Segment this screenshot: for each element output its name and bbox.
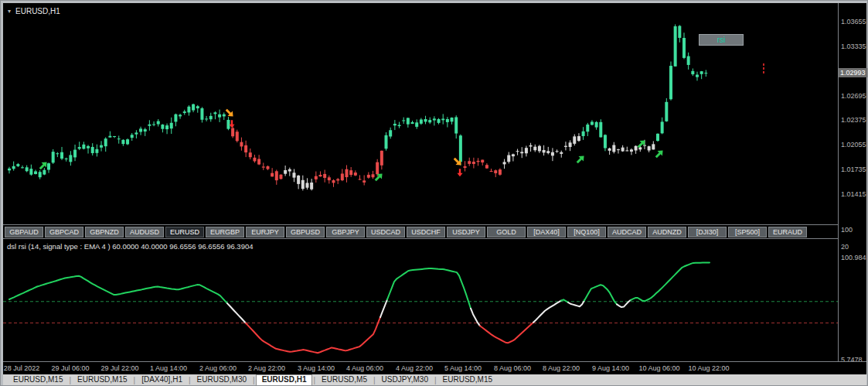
symbol-button-gbpjpy[interactable]: GBPJPY (326, 227, 365, 237)
sell-arrow-icon (457, 169, 462, 176)
symbol-button-euraud[interactable]: EURAUD (768, 227, 807, 237)
price-label-4: 1.02055 (841, 141, 866, 149)
time-label-13: 10 Aug 06:00 (638, 364, 679, 372)
symbol-button-usdjpy[interactable]: USDJPY (447, 227, 485, 237)
symbol-button-gbpnzd[interactable]: GBPNZD (85, 227, 124, 237)
time-axis[interactable]: 28 Jul 202229 Jul 06:0029 Jul 22:001 Aug… (3, 361, 866, 374)
price-label-3: 1.02375 (841, 116, 866, 124)
symbol-button-gbpusd[interactable]: GBPUSD (286, 227, 325, 237)
symbol-button-audusd[interactable]: AUDUSD (125, 227, 164, 237)
symbol-button-audnzd[interactable]: AUDNZD (648, 227, 686, 237)
current-price-label: 1.02993 (839, 68, 867, 77)
tab-usdjpy-m30-6[interactable]: USDJPY,M30 (376, 374, 434, 385)
time-label-11: 8 Aug 22:00 (543, 364, 580, 372)
price-label-5: 1.01735 (841, 166, 866, 173)
time-label-4: 2 Aug 06:00 (199, 364, 237, 372)
indicator-title: dsl rsi (14, signal type : EMA 4 ) 60.00… (7, 242, 253, 251)
buy-arrow-icon (654, 148, 665, 159)
time-label-9: 5 Aug 14:00 (444, 364, 482, 372)
time-label-0: 28 Jul 2022 (4, 364, 40, 372)
time-label-7: 4 Aug 06:00 (346, 364, 383, 372)
time-label-5: 2 Aug 22:00 (248, 364, 285, 372)
time-label-1: 29 Jul 06:00 (51, 364, 89, 372)
symbol-button-eurjpy[interactable]: EURJPY (246, 227, 284, 237)
indicator-scale-20: 20 (841, 243, 849, 251)
sell-arrow-icon (229, 120, 234, 128)
tab-eurusd-h1-4[interactable]: EURUSD,H1 (256, 374, 313, 386)
symbol-button-eurgbp[interactable]: EURGBP (206, 227, 244, 237)
indicator-scale-100: 100 (841, 226, 853, 234)
tab-eurusd-m30-3[interactable]: EURUSD,M30 (192, 374, 252, 385)
time-label-3: 1 Aug 14:00 (150, 364, 187, 372)
rsi-line (9, 262, 710, 353)
time-label-12: 9 Aug 14:00 (592, 364, 629, 372)
price-label-1: 1.03335 (841, 43, 866, 50)
symbol-button-usdcad[interactable]: USDCAD (366, 227, 405, 237)
price-label-6: 1.01415 (841, 190, 866, 198)
tab-eurusd-m15-7[interactable]: EURUSD,M15 (437, 374, 498, 385)
price-label-2: 1.02695 (841, 92, 866, 100)
chart-symbol-period-label: EURUSD,H1 (15, 7, 60, 15)
buy-arrow-icon (575, 153, 587, 165)
symbol-button-dax40[interactable]: [DAX40] (527, 227, 566, 237)
price-label-0: 1.03655 (841, 18, 866, 26)
tab-eurusd-m15-0[interactable]: EURUSD,M15 (8, 374, 68, 385)
candles (8, 24, 707, 190)
tab-eurusd-m15-1[interactable]: EURUSD,M15 (72, 374, 132, 385)
symbol-button-eurusd[interactable]: EURUSD (165, 227, 204, 237)
chart-tab-bar: EURUSD,M15|EURUSD,M15|[DAX40],H1|EURUSD,… (3, 374, 866, 385)
price-chart-pane[interactable]: ▾ EURUSD,H1 rsi (3, 3, 838, 225)
buy-arrow-icon (373, 171, 385, 183)
symbol-button-nq100[interactable]: [NQ100] (567, 227, 606, 237)
rsi-indicator-chart[interactable] (3, 239, 838, 361)
time-label-14: 10 Aug 22:00 (688, 364, 729, 372)
time-label-2: 29 Jul 22:00 (100, 364, 138, 372)
rsi-scale-max: 100.9845 (841, 254, 868, 261)
price-scale[interactable]: 1.036551.033351.026951.023751.020551.017… (838, 3, 866, 361)
symbol-button-gbpcad[interactable]: GBPCAD (45, 227, 83, 237)
symbol-button-usdchf[interactable]: USDCHF (407, 227, 445, 237)
symbol-button-sp500[interactable]: [SP500] (728, 227, 767, 237)
tab-dax40-h1-2[interactable]: [DAX40],H1 (136, 374, 188, 385)
tab-eurusd-m5-5[interactable]: EURUSD,M5 (316, 374, 373, 385)
mt4-window: ▾ EURUSD,H1 rsi GBPAUDGBPCADGBPNZDAUDUSD… (0, 0, 868, 386)
symbol-button-gbpaud[interactable]: GBPAUD (5, 227, 43, 237)
chart-title: ▾ EURUSD,H1 (8, 7, 60, 15)
symbol-button-gold[interactable]: GOLD (487, 227, 526, 237)
time-label-10: 8 Aug 06:00 (494, 364, 531, 372)
warn-arrow-icon (224, 108, 236, 119)
symbol-button-dji30[interactable]: [DJI30] (688, 227, 727, 237)
symbol-button-audcad[interactable]: AUDCAD (608, 227, 646, 237)
indicator-pane[interactable]: dsl rsi (14, signal type : EMA 4 ) 60.00… (3, 238, 838, 361)
collapse-icon[interactable]: ▾ (8, 8, 11, 15)
time-label-8: 4 Aug 22:00 (396, 364, 433, 372)
symbol-button-row: GBPAUDGBPCADGBPNZDAUDUSDEURUSDEURGBPEURJ… (3, 225, 838, 238)
rsi-overlay-button[interactable]: rsi (699, 34, 744, 46)
time-label-6: 3 Aug 14:00 (298, 364, 335, 372)
